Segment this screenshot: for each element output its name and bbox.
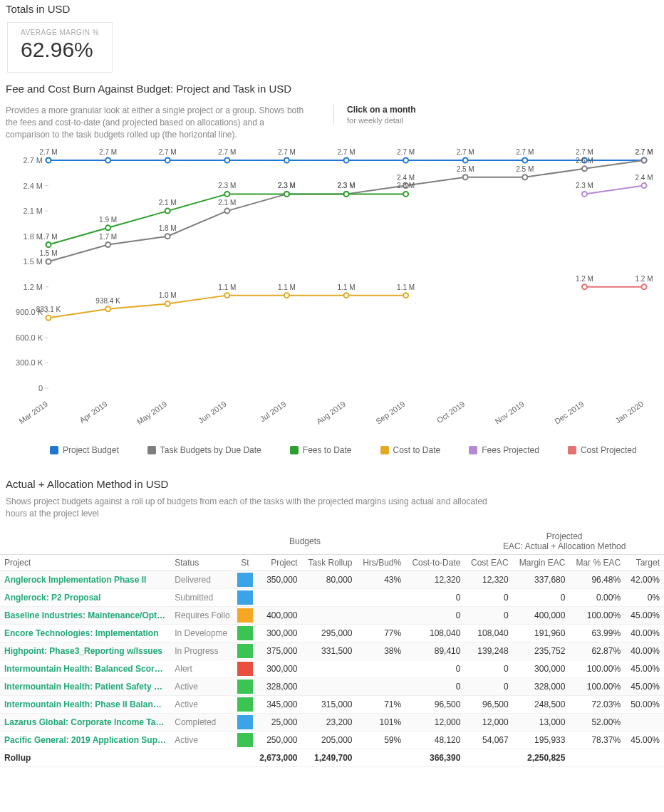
cell-budget_project: 300,000 bbox=[254, 660, 302, 677]
cell-mar_pct: 100.00% bbox=[569, 677, 625, 695]
cell-margin_eac: 195,933 bbox=[513, 731, 570, 749]
column-header[interactable]: Task Rollup bbox=[302, 554, 357, 571]
cell-mar_pct: 63.99% bbox=[569, 624, 625, 642]
svg-text:1.1 M: 1.1 M bbox=[337, 283, 355, 291]
cell-project[interactable]: Intermountain Health: Balanced Scorecard… bbox=[0, 660, 170, 677]
column-header[interactable]: St bbox=[237, 554, 253, 571]
svg-point-107 bbox=[582, 285, 587, 290]
legend-label: Fees Projected bbox=[482, 445, 539, 455]
svg-text:2.5 M: 2.5 M bbox=[516, 165, 534, 173]
cell-target: 45.00% bbox=[625, 606, 664, 624]
column-header[interactable]: Mar % EAC bbox=[569, 554, 625, 571]
cell-status: Requires Follo bbox=[170, 606, 237, 624]
legend-swatch bbox=[380, 446, 389, 454]
cell-project[interactable]: Lazarus Global: Corporate Income Tax Mel… bbox=[0, 713, 170, 731]
legend-item[interactable]: Project Budget bbox=[50, 445, 119, 455]
svg-point-73 bbox=[642, 158, 647, 163]
column-header[interactable]: Project bbox=[254, 554, 302, 571]
cell-budget_project: 400,000 bbox=[254, 606, 302, 624]
status-indicator bbox=[237, 697, 253, 712]
cell-target bbox=[625, 713, 664, 731]
table-row[interactable]: Anglerock Implementation Phase IIDeliver… bbox=[0, 571, 664, 588]
legend-item[interactable]: Fees Projected bbox=[469, 445, 539, 455]
cell-st bbox=[237, 606, 253, 624]
svg-point-45 bbox=[463, 158, 468, 163]
svg-text:2.7 M: 2.7 M bbox=[23, 156, 43, 165]
svg-text:938.4 K: 938.4 K bbox=[95, 297, 120, 305]
svg-text:1.2 M: 1.2 M bbox=[635, 275, 653, 283]
svg-point-97 bbox=[284, 293, 289, 298]
column-header[interactable]: Status bbox=[170, 554, 237, 571]
cell-budget_project: 250,000 bbox=[254, 731, 302, 749]
column-header[interactable]: Cost EAC bbox=[465, 554, 512, 571]
cell-project[interactable]: Pacific General: 2019 Application Suppor… bbox=[0, 731, 170, 749]
svg-text:Jun 2019: Jun 2019 bbox=[197, 400, 228, 425]
cell-hrs_bud bbox=[357, 588, 406, 606]
cell-margin_eac: 400,000 bbox=[513, 606, 570, 624]
cell-budget_project: 25,000 bbox=[254, 713, 302, 731]
cell-project[interactable]: Intermountain Health: Phase II Balanced … bbox=[0, 695, 170, 713]
legend-swatch bbox=[290, 446, 299, 454]
cell-status: Active bbox=[170, 731, 237, 749]
column-header[interactable]: Target bbox=[625, 554, 664, 571]
table-row[interactable]: Anglerock: P2 ProposalSubmitted0000.00%0… bbox=[0, 588, 664, 606]
status-indicator bbox=[237, 662, 253, 676]
burn-chart[interactable]: 0300.0 K600.0 K900.0 K1.2 M1.5 M1.8 M2.1… bbox=[6, 146, 658, 431]
table-row[interactable]: Baseline Industries: Maintenance/Optimiz… bbox=[0, 606, 664, 624]
cell-task_rollup bbox=[302, 677, 357, 695]
table-row[interactable]: Encore Technologies: ImplementationIn De… bbox=[0, 624, 664, 642]
svg-point-43 bbox=[403, 158, 408, 163]
svg-point-77 bbox=[105, 226, 110, 231]
table-row[interactable]: Intermountain Health: Balanced Scorecard… bbox=[0, 660, 664, 677]
cell-task_rollup: 205,000 bbox=[302, 731, 357, 749]
cell-cost_eac: 108,040 bbox=[465, 624, 512, 642]
cell-project[interactable]: Baseline Industries: Maintenance/Optimiz… bbox=[0, 606, 170, 624]
svg-text:1.7 M: 1.7 M bbox=[39, 233, 57, 241]
legend-item[interactable]: Task Budgets by Due Date bbox=[147, 445, 261, 455]
legend-item[interactable]: Cost Projected bbox=[568, 445, 637, 455]
svg-text:2.7 M: 2.7 M bbox=[159, 148, 177, 156]
svg-text:2.5 M: 2.5 M bbox=[457, 165, 474, 173]
legend-item[interactable]: Cost to Date bbox=[380, 445, 441, 455]
table-row[interactable]: Highpoint: Phase3_Reporting w/IssuesIn P… bbox=[0, 642, 664, 660]
cell-budget_project: 350,000 bbox=[254, 571, 302, 588]
cell-status: Submitted bbox=[170, 588, 237, 606]
cell-task_rollup: 295,000 bbox=[302, 624, 357, 642]
svg-point-93 bbox=[165, 301, 170, 306]
svg-point-89 bbox=[46, 316, 51, 321]
column-header[interactable]: Hrs/Bud% bbox=[357, 554, 406, 571]
cell-mar_pct: 78.37% bbox=[569, 731, 625, 749]
cell-st bbox=[237, 695, 253, 713]
table-row[interactable]: Pacific General: 2019 Application Suppor… bbox=[0, 731, 664, 749]
column-header[interactable]: Margin EAC bbox=[513, 554, 570, 571]
table-row[interactable]: Lazarus Global: Corporate Income Tax Mel… bbox=[0, 713, 664, 731]
column-header[interactable]: Project bbox=[0, 554, 170, 571]
cell-cost_eac: 0 bbox=[465, 588, 512, 606]
cell-hrs_bud bbox=[357, 606, 406, 624]
table-row[interactable]: Intermountain Health: Phase II Balanced … bbox=[0, 695, 664, 713]
svg-text:2.3 M: 2.3 M bbox=[278, 182, 296, 190]
cell-st bbox=[237, 713, 253, 731]
legend-item[interactable]: Fees to Date bbox=[290, 445, 352, 455]
svg-text:2.3 M: 2.3 M bbox=[397, 182, 415, 190]
cell-mar_pct: 100.00% bbox=[569, 606, 625, 624]
cell-project[interactable]: Anglerock Implementation Phase II bbox=[0, 571, 170, 588]
cell-project[interactable]: Highpoint: Phase3_Reporting w/Issues bbox=[0, 642, 170, 660]
cell-mar_pct: 96.48% bbox=[569, 571, 625, 588]
cell-cost_eac: 139,248 bbox=[465, 642, 512, 660]
avg-margin-value: 62.96% bbox=[21, 38, 99, 62]
column-header[interactable]: Cost-to-Date bbox=[405, 554, 465, 571]
status-indicator bbox=[237, 644, 253, 658]
svg-point-59 bbox=[224, 209, 229, 214]
cell-status: Delivered bbox=[170, 571, 237, 588]
cell-cost_to_date: 0 bbox=[405, 677, 465, 695]
totals-unit: in USD bbox=[36, 3, 71, 15]
cell-task_rollup bbox=[302, 606, 357, 624]
cell-hrs_bud bbox=[357, 660, 406, 677]
cell-cost_eac: 12,320 bbox=[465, 571, 512, 588]
table-row[interactable]: Intermountain Health: Patient Safety and… bbox=[0, 677, 664, 695]
cell-project[interactable]: Intermountain Health: Patient Safety and… bbox=[0, 677, 170, 695]
cell-project[interactable]: Anglerock: P2 Proposal bbox=[0, 588, 170, 606]
burn-hint-sub: for weekly detail bbox=[347, 116, 416, 125]
cell-project[interactable]: Encore Technologies: Implementation bbox=[0, 624, 170, 642]
